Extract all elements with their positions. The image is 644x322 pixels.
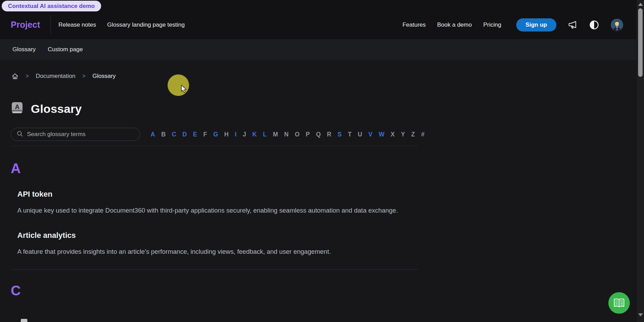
project-logo[interactable]: Project	[11, 20, 40, 30]
demo-badge: Contextual AI assistance demo	[2, 1, 101, 11]
alphabet-letter-X: X	[391, 131, 395, 138]
alphabet-letter-L[interactable]: L	[263, 131, 267, 138]
clipped-next-term	[21, 319, 27, 322]
sign-up-button[interactable]: Sign up	[516, 18, 556, 32]
glossary-widget-button[interactable]	[608, 292, 630, 314]
search-icon	[17, 131, 23, 138]
search-input[interactable]	[27, 131, 135, 138]
alphabet-letter-V[interactable]: V	[368, 131, 373, 138]
secondary-nav: Glossary Custom page	[0, 39, 636, 60]
term-description: A unique key used to integrate Document3…	[17, 205, 415, 216]
alphabet-index: ABCDEFGHIJKLMNOPQRSTUVWXYZ#	[151, 131, 424, 138]
alphabet-letter-I[interactable]: I	[235, 131, 236, 138]
header-nav: Release notes Glossary landing page test…	[59, 21, 185, 28]
term-description: A feature that provides insights into an…	[17, 246, 415, 257]
alphabet-letter-T: T	[348, 131, 352, 138]
glossary-section-c: C	[11, 284, 636, 297]
nav-item-glossary-landing[interactable]: Glossary landing page testing	[107, 21, 185, 28]
alphabet-letter-#: #	[421, 131, 424, 138]
chevron-right-icon: >	[26, 73, 29, 79]
link-pricing[interactable]: Pricing	[483, 21, 501, 28]
chevron-right-icon: >	[82, 73, 86, 79]
mouse-cursor-icon	[181, 85, 188, 94]
alphabet-letter-Y: Y	[401, 131, 405, 138]
alphabet-letter-Z: Z	[411, 131, 415, 138]
glossary-search-box	[11, 128, 140, 141]
subnav-item-glossary[interactable]: Glossary	[12, 46, 36, 53]
breadcrumb: > Documentation > Glossary	[11, 72, 636, 80]
section-letter: C	[11, 284, 636, 297]
alphabet-letter-W[interactable]: W	[379, 131, 385, 138]
nav-item-release-notes[interactable]: Release notes	[59, 21, 96, 28]
glossary-section-a: A API token A unique key used to integra…	[11, 161, 636, 257]
alphabet-letter-Q: Q	[316, 131, 321, 138]
home-icon[interactable]	[11, 73, 19, 80]
contrast-icon[interactable]	[589, 20, 599, 30]
page-title: Glossary	[31, 102, 82, 116]
alphabet-letter-M: M	[273, 131, 278, 138]
megaphone-icon[interactable]	[568, 20, 578, 30]
glossary-book-icon: A	[11, 101, 23, 116]
breadcrumb-documentation[interactable]: Documentation	[36, 73, 75, 80]
search-row: ABCDEFGHIJKLMNOPQRSTUVWXYZ#	[11, 128, 636, 141]
alphabet-letter-K[interactable]: K	[252, 131, 257, 138]
scrollbar-thumb[interactable]	[638, 8, 643, 77]
term-name: API token	[17, 190, 636, 199]
alphabet-letter-H: H	[224, 131, 229, 138]
scrollbar[interactable]	[636, 0, 644, 322]
cursor-highlight	[168, 74, 189, 96]
scrollbar-down-arrow[interactable]	[638, 313, 643, 316]
term-name: Article analytics	[17, 231, 636, 240]
alphabet-letter-R: R	[327, 131, 331, 138]
link-features[interactable]: Features	[402, 21, 426, 28]
breadcrumb-glossary: Glossary	[92, 73, 116, 80]
alphabet-letter-O: O	[295, 131, 299, 138]
glossary-term: API token A unique key used to integrate…	[17, 190, 636, 216]
header-rule	[11, 146, 418, 146]
alphabet-letter-N: N	[284, 131, 289, 138]
header-divider	[51, 16, 51, 34]
avatar[interactable]	[611, 19, 623, 31]
alphabet-letter-U: U	[358, 131, 362, 138]
alphabet-letter-D[interactable]: D	[182, 131, 187, 138]
svg-text:A: A	[15, 103, 20, 110]
alphabet-letter-P: P	[306, 131, 310, 138]
subnav-item-custom-page[interactable]: Custom page	[48, 46, 83, 53]
alphabet-letter-A[interactable]: A	[151, 131, 155, 138]
alphabet-letter-S[interactable]: S	[338, 131, 342, 138]
scrollbar-up-arrow[interactable]	[638, 3, 643, 6]
alphabet-letter-B: B	[161, 131, 166, 138]
alphabet-letter-C[interactable]: C	[172, 131, 176, 138]
glossary-term: Article analytics A feature that provide…	[17, 231, 636, 257]
link-book-a-demo[interactable]: Book a demo	[437, 21, 472, 28]
alphabet-letter-F: F	[203, 131, 207, 138]
alphabet-letter-G[interactable]: G	[213, 131, 218, 138]
section-letter: A	[11, 161, 636, 175]
page-title-row: A Glossary	[11, 101, 636, 116]
main-content: > Documentation > Glossary A Glossary	[0, 60, 636, 297]
open-book-icon	[613, 298, 625, 308]
alphabet-letter-E[interactable]: E	[193, 131, 197, 138]
section-divider	[11, 269, 418, 270]
alphabet-letter-J: J	[243, 131, 246, 138]
